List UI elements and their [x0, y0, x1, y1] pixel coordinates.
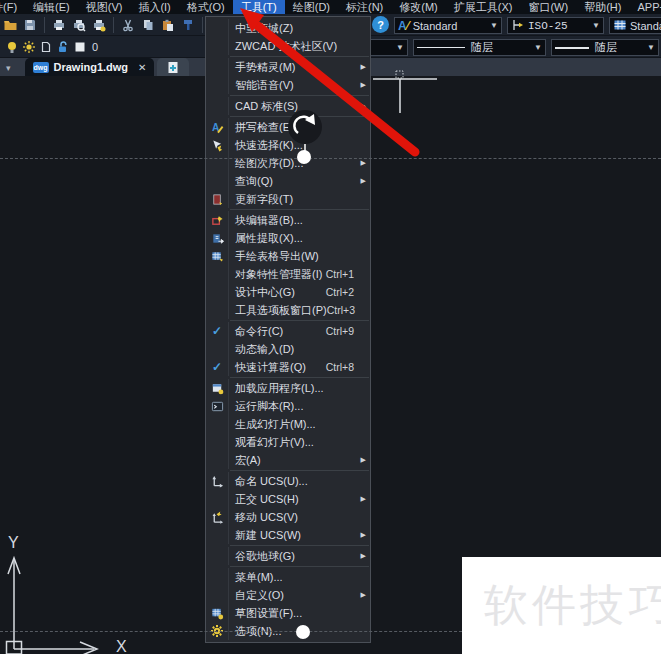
text-style-dropdown[interactable]: A⁄ Standard ▼ — [394, 17, 502, 34]
submenu-arrow-icon: ▶ — [361, 81, 366, 89]
menu-item-label: 智能语音(V) — [235, 78, 294, 93]
tab-list-caret[interactable]: ▾ — [0, 63, 17, 76]
menu-gutter — [206, 19, 229, 37]
menu-item[interactable]: 移动 UCS(V) — [206, 508, 370, 526]
print-icon[interactable] — [49, 16, 69, 34]
menubar-item[interactable]: 工具(T) — [233, 0, 285, 14]
menu-item[interactable]: 命名 UCS(U)... — [206, 472, 370, 490]
document-tab-label: Drawing1.dwg — [54, 61, 129, 73]
menu-item[interactable]: A拼写检查(E) — [206, 118, 370, 136]
menu-item[interactable]: 谷歌地球(G)▶ — [206, 547, 370, 565]
menubar-item[interactable]: 文件(F) — [0, 0, 25, 14]
menu-item[interactable]: 手势精灵(M)▶ — [206, 58, 370, 76]
menu-item[interactable]: 自定义(O)▶ — [206, 586, 370, 604]
menu-item-label: 生成幻灯片(M)... — [235, 417, 316, 432]
menu-item[interactable]: 工具选项板窗口(P)Ctrl+3 — [206, 301, 370, 319]
menu-item[interactable]: 动态输入(D) — [206, 340, 370, 358]
plot-icon[interactable] — [89, 16, 109, 34]
copy-icon[interactable] — [138, 16, 158, 34]
help-icon[interactable]: ? — [372, 16, 389, 33]
menu-item[interactable]: 快速选择(K)... — [206, 136, 370, 154]
menubar-item[interactable]: 视图(V) — [78, 0, 131, 14]
menu-item[interactable]: 运行脚本(R)... — [206, 397, 370, 415]
linetype-sample — [417, 47, 465, 48]
table-style-dropdown[interactable]: Standard — [609, 17, 661, 34]
print-preview-icon[interactable] — [69, 16, 89, 34]
menubar-item[interactable]: 标注(N) — [338, 0, 391, 14]
color-swatch-icon[interactable] — [71, 38, 88, 56]
toolbar-separator — [202, 17, 203, 33]
menubar-item[interactable]: 插入(I) — [130, 0, 178, 14]
menu-gutter — [206, 547, 229, 565]
menu-item[interactable]: 查询(Q)▶ — [206, 172, 370, 190]
menu-item[interactable]: CAD 标准(S)▶ — [206, 97, 370, 115]
menu-item[interactable]: 生成幻灯片(M)... — [206, 415, 370, 433]
menu-gutter — [206, 526, 229, 544]
menu-gutter — [206, 340, 229, 358]
move-ucs-icon — [206, 508, 229, 526]
bulb-icon[interactable] — [3, 38, 20, 56]
menu-item[interactable]: 宏(A)▶ — [206, 451, 370, 469]
close-tab-icon[interactable]: ✕ — [138, 62, 146, 73]
menu-item[interactable]: 观看幻灯片(V)... — [206, 433, 370, 451]
layer-dropdown-partial[interactable]: ▼ — [368, 39, 408, 56]
text-style-value: Standard — [413, 20, 458, 32]
menu-item[interactable]: 绘图次序(D)...▶ — [206, 154, 370, 172]
menu-item[interactable]: 设计中心(G)Ctrl+2 — [206, 283, 370, 301]
menu-item-label: 更新字段(T) — [235, 192, 293, 207]
lineweight-value: 随层 — [595, 40, 617, 55]
menu-gutter — [206, 76, 229, 94]
menubar-item[interactable]: 格式(O) — [179, 0, 233, 14]
chevron-down-icon: ▼ — [486, 21, 498, 30]
menu-item[interactable]: 智能语音(V)▶ — [206, 76, 370, 94]
menu-gutter — [206, 283, 229, 301]
menu-item[interactable]: ✓快速计算器(Q)Ctrl+8 — [206, 358, 370, 376]
save-icon[interactable] — [20, 16, 40, 34]
menu-item-label: 快速计算器(Q) — [235, 360, 306, 375]
menu-item[interactable]: 手绘表格导出(W) — [206, 247, 370, 265]
named-ucs-icon — [206, 472, 229, 490]
sun-icon[interactable] — [20, 38, 37, 56]
paste-icon[interactable] — [158, 16, 178, 34]
menu-item[interactable]: 新建 UCS(W)▶ — [206, 526, 370, 544]
format-painter-icon[interactable] — [178, 16, 198, 34]
menu-item-label: 自定义(O) — [235, 588, 284, 603]
menu-item[interactable]: 草图设置(F)... — [206, 604, 370, 622]
menu-item[interactable]: ✓命令行(C)Ctrl+9 — [206, 322, 370, 340]
menu-item[interactable]: 加载应用程序(L)... — [206, 379, 370, 397]
menubar-item[interactable]: 帮助(H) — [576, 0, 629, 14]
menu-item-label: 菜单(M)... — [235, 570, 283, 585]
unlock-icon[interactable] — [54, 38, 71, 56]
menubar-item[interactable]: 编辑(E) — [25, 0, 78, 14]
menu-item[interactable]: ZWCAD 技术社区(V) — [206, 37, 370, 55]
menubar-item[interactable]: 窗口(W) — [520, 0, 576, 14]
menu-item[interactable]: 中望商城(Z) — [206, 19, 370, 37]
menubar-item[interactable]: APP+ — [629, 0, 661, 14]
open-folder-icon[interactable] — [0, 16, 20, 34]
cut-icon[interactable] — [118, 16, 138, 34]
menu-item[interactable]: 更新字段(T) — [206, 190, 370, 208]
submenu-arrow-icon: ▶ — [361, 177, 366, 185]
lineweight-dropdown[interactable]: 随层 ▼ — [551, 39, 659, 56]
paper-icon[interactable] — [37, 38, 54, 56]
menu-gutter — [206, 415, 229, 433]
menu-item[interactable]: 属性提取(X)... — [206, 229, 370, 247]
menubar-item[interactable]: 修改(M) — [391, 0, 446, 14]
linetype-dropdown[interactable]: 随层 ▼ — [413, 39, 546, 56]
menubar-item[interactable]: 绘图(D) — [285, 0, 338, 14]
dim-style-dropdown[interactable]: ISO-25 ▼ — [507, 17, 604, 34]
attr-extract-icon — [206, 229, 229, 247]
menu-gutter — [206, 568, 229, 586]
draft-settings-icon — [206, 604, 229, 622]
menu-item-shortcut: Ctrl+8 — [326, 361, 354, 373]
menu-item-label: 观看幻灯片(V)... — [235, 435, 314, 450]
menu-item-label: CAD 标准(S) — [235, 99, 298, 114]
menu-item-label: 加载应用程序(L)... — [235, 381, 324, 396]
menubar-item[interactable]: 扩展工具(X) — [446, 0, 521, 14]
new-tab-button[interactable] — [157, 58, 189, 76]
menu-item[interactable]: 正交 UCS(H)▶ — [206, 490, 370, 508]
menu-item[interactable]: 对象特性管理器(I)Ctrl+1 — [206, 265, 370, 283]
menu-item[interactable]: 菜单(M)... — [206, 568, 370, 586]
menu-item[interactable]: 块编辑器(B)... — [206, 211, 370, 229]
document-tab[interactable]: dwg Drawing1.dwg ✕ — [25, 58, 155, 76]
